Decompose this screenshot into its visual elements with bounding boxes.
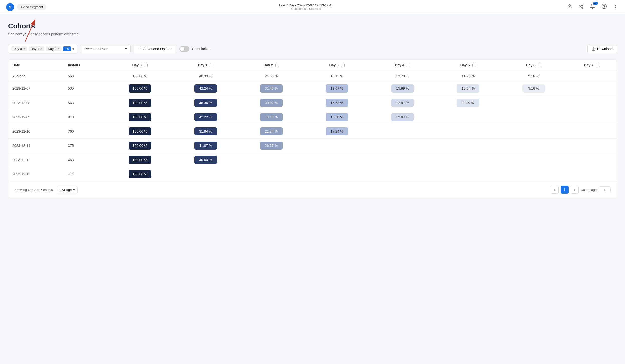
- tags-dropdown[interactable]: Day 0 × Day 1 × Day 2 × +5 ▾: [8, 44, 77, 53]
- row-day6: [501, 110, 567, 124]
- showing-of: of: [37, 188, 40, 192]
- average-installs: 569: [64, 71, 107, 81]
- col-installs: Installs: [64, 60, 107, 71]
- download-icon: [592, 47, 596, 51]
- prev-page-button[interactable]: ‹: [551, 186, 559, 194]
- col-day2: Day 2: [239, 60, 304, 71]
- day0-checkbox[interactable]: [144, 64, 148, 67]
- toggle-knob: [180, 47, 184, 51]
- comparison-label: Comparison: Disabled: [291, 7, 321, 11]
- row-installs: 535: [64, 81, 107, 96]
- row-day4: [370, 167, 435, 181]
- share-icon-button[interactable]: [577, 3, 585, 11]
- download-button[interactable]: Download: [587, 45, 617, 53]
- row-installs: 375: [64, 139, 107, 153]
- topbar-center: Last 7 Days 2023-12-07 / 2023-12-13 Comp…: [279, 3, 333, 11]
- average-day4: 13.73 %: [370, 71, 435, 81]
- row-day6: [501, 96, 567, 110]
- tags-extra-button[interactable]: +5: [63, 46, 71, 51]
- topbar-right: 9+ ⋮: [566, 3, 619, 11]
- help-icon-button[interactable]: [600, 3, 608, 11]
- average-day5: 11.75 %: [435, 71, 501, 81]
- row-day1: 46.36 %: [173, 96, 239, 110]
- day2-checkbox[interactable]: [275, 64, 279, 67]
- row-day7: [567, 110, 617, 124]
- topbar-left: S + Add Segment: [6, 3, 46, 11]
- row-date: 2023-12-11: [8, 139, 64, 153]
- average-date: Average: [8, 71, 64, 81]
- row-day1: 41.87 %: [173, 139, 239, 153]
- row-day3: 13.58 %: [304, 110, 370, 124]
- row-day0: 100.00 %: [107, 139, 173, 153]
- svg-line-5: [580, 5, 582, 6]
- row-day7: [567, 81, 617, 96]
- add-segment-button[interactable]: + Add Segment: [17, 4, 46, 10]
- table-header-row: Date Installs Day 0 Day 1 Day 2 Day 3 Da…: [8, 60, 617, 71]
- more-options-button[interactable]: ⋮: [612, 3, 619, 11]
- row-day5: [435, 124, 501, 139]
- row-day5: [435, 167, 501, 181]
- cumulative-toggle[interactable]: [179, 46, 189, 52]
- day4-checkbox[interactable]: [407, 64, 410, 67]
- tag-day0-close[interactable]: ×: [23, 47, 25, 51]
- metric-dropdown-label: Retention Rate: [84, 47, 108, 51]
- tags-dropdown-arrow-icon: ▾: [72, 47, 74, 51]
- row-day5: 9.95 %: [435, 96, 501, 110]
- col-day3: Day 3: [304, 60, 370, 71]
- row-day3: [304, 139, 370, 153]
- next-page-button[interactable]: ›: [571, 186, 579, 194]
- showing-from: 1: [28, 188, 29, 192]
- row-day2: 18.15 %: [239, 110, 304, 124]
- table-row: 2023-12-12 463 100.00 % 40.60 %: [8, 153, 617, 167]
- row-day3: [304, 167, 370, 181]
- main-content: Cohorts See how your daily cohorts perfo…: [0, 14, 625, 204]
- metric-dropdown[interactable]: Retention Rate ▾: [81, 45, 131, 53]
- row-day6: [501, 153, 567, 167]
- row-day7: [567, 153, 617, 167]
- table-row: 2023-12-08 563 100.00 % 46.36 % 30.02 % …: [8, 96, 617, 110]
- showing-text: Showing 1 to 7 of 7 entries: [14, 188, 53, 192]
- col-day6: Day 6: [501, 60, 567, 71]
- cumulative-label: Cumulative: [192, 47, 209, 51]
- per-page-label: 25/Page: [60, 188, 72, 192]
- row-day1: 40.60 %: [173, 153, 239, 167]
- tag-day0: Day 0 ×: [11, 46, 27, 51]
- svg-line-4: [580, 7, 582, 8]
- row-day2: 26.67 %: [239, 139, 304, 153]
- notification-badge: 9+: [593, 2, 598, 5]
- table-row: 2023-12-13 474 100.00 %: [8, 167, 617, 181]
- cohorts-table-wrap: Date Installs Day 0 Day 1 Day 2 Day 3 Da…: [8, 59, 617, 198]
- goto-label: Go to page: [581, 188, 597, 192]
- day6-checkbox[interactable]: [538, 64, 541, 67]
- per-page-select[interactable]: 25/Page ▾: [57, 186, 78, 193]
- profile-icon-button[interactable]: [566, 3, 573, 11]
- row-day2: 30.02 %: [239, 96, 304, 110]
- row-day5: [435, 153, 501, 167]
- page-subtitle: See how your daily cohorts perform over …: [8, 32, 617, 36]
- col-day5: Day 5: [435, 60, 501, 71]
- day1-checkbox[interactable]: [210, 64, 213, 67]
- goto-page-input[interactable]: [599, 186, 611, 193]
- per-page-arrow-icon: ▾: [73, 188, 75, 192]
- notification-icon-button[interactable]: 9+: [589, 3, 596, 11]
- table-row: 2023-12-07 535 100.00 % 42.24 % 31.40 % …: [8, 81, 617, 96]
- row-day6: [501, 167, 567, 181]
- row-day3: 19.07 %: [304, 81, 370, 96]
- average-day1: 40.39 %: [173, 71, 239, 81]
- row-day5: [435, 139, 501, 153]
- tag-day2-close[interactable]: ×: [58, 47, 60, 51]
- row-installs: 563: [64, 96, 107, 110]
- controls-row: Day 0 × Day 1 × Day 2 × +5 ▾ Retention R…: [8, 44, 617, 53]
- day5-checkbox[interactable]: [472, 64, 476, 67]
- row-installs: 474: [64, 167, 107, 181]
- day7-checkbox[interactable]: [596, 64, 599, 67]
- tag-day1-close[interactable]: ×: [41, 47, 42, 51]
- col-day1: Day 1: [173, 60, 239, 71]
- day3-checkbox[interactable]: [341, 64, 345, 67]
- tag-day2: Day 2 ×: [46, 46, 62, 51]
- advanced-options-button[interactable]: Advanced Options: [134, 45, 176, 53]
- table-row: 2023-12-10 760 100.00 % 31.84 % 21.84 % …: [8, 124, 617, 139]
- showing-to: 7: [34, 188, 36, 192]
- row-date: 2023-12-10: [8, 124, 64, 139]
- page-1-button[interactable]: 1: [561, 186, 569, 194]
